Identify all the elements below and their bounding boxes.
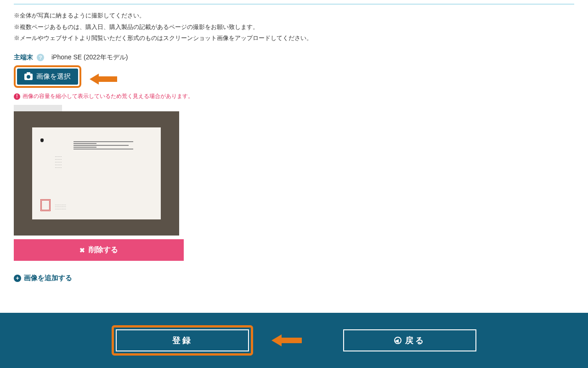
plus-circle-icon: + [14, 275, 21, 282]
device-name: iPhone SE (2022年モデル) [51, 53, 128, 62]
uploaded-image-thumbnail[interactable]: - - - - -- - - - -- - - - -- - - - -- - … [14, 111, 179, 236]
delete-image-button[interactable]: ✖ 削除する [14, 239, 184, 261]
note-line-3: ※メールやウェブサイトより閲覧いただく形式のものはスクリーンショット画像をアップ… [14, 33, 574, 44]
submit-highlight: 登録 [112, 325, 253, 356]
device-label: 主端末 [14, 53, 33, 62]
annotation-arrow-icon [90, 74, 117, 85]
instruction-notes: ※全体が写真に納まるように撮影してください。 ※複数ページあるものは、購入日、購… [14, 10, 574, 44]
placeholder-strip [14, 105, 62, 111]
document-preview: - - - - -- - - - -- - - - -- - - - -- - … [32, 127, 161, 219]
back-button[interactable]: ◀ 戻る [343, 329, 476, 351]
annotation-arrow-icon [271, 334, 302, 346]
note-line-2: ※複数ページあるものは、購入日、購入製品の記載があるページの撮影をお願い致します… [14, 22, 574, 33]
help-icon[interactable]: ? [37, 54, 44, 61]
uploaded-image-card: - - - - -- - - - -- - - - -- - - - -- - … [14, 111, 179, 261]
footer-bar: 登録 ◀ 戻る [0, 313, 588, 368]
warning-icon: ! [14, 93, 20, 100]
back-label: 戻る [405, 335, 425, 346]
arrow-left-circle-icon: ◀ [394, 337, 401, 344]
device-row: 主端末 ? iPhone SE (2022年モデル) [14, 53, 574, 62]
note-line-1: ※全体が写真に納まるように撮影してください。 [14, 10, 574, 22]
submit-label: 登録 [172, 335, 192, 346]
warning-text: 画像の容量を縮小して表示しているため荒く見える場合があります。 [23, 92, 193, 100]
add-image-label: 画像を追加する [24, 274, 72, 282]
warning-line: ! 画像の容量を縮小して表示しているため荒く見える場合があります。 [14, 92, 574, 100]
add-image-link[interactable]: + 画像を追加する [14, 274, 72, 282]
camera-icon [24, 74, 33, 80]
select-image-button[interactable]: 画像を選択 [17, 69, 78, 85]
section-divider [14, 4, 574, 5]
delete-label: 削除する [89, 245, 118, 255]
select-image-label: 画像を選択 [36, 72, 71, 81]
submit-button[interactable]: 登録 [116, 329, 249, 351]
close-icon: ✖ [79, 247, 85, 254]
select-image-highlight: 画像を選択 [14, 65, 81, 88]
